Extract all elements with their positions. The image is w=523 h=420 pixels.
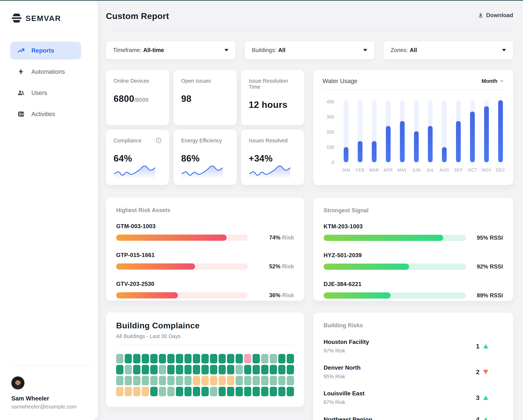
percent-value: 52%: [269, 263, 280, 270]
sidebar-item-reports[interactable]: Reports: [10, 42, 81, 59]
heatmap-cell: [133, 365, 140, 374]
sidebar-profile[interactable]: Sam Wheeler samwheeler@example.com: [0, 365, 98, 420]
progress-fill: [116, 292, 178, 299]
y-tick-label: 400: [327, 99, 334, 104]
info-icon[interactable]: [155, 137, 162, 144]
sidebar-item-label: Automations: [31, 68, 65, 75]
list-check-icon: [17, 110, 25, 118]
stat-label: Open Issues: [181, 78, 229, 84]
percent-value: 36%: [269, 292, 280, 299]
sidebar-nav: Reports Automations Users Activities: [0, 42, 98, 123]
sidebar-item-users[interactable]: Users: [10, 84, 81, 102]
stat-card-online-devices: Online Devices 6800 /8000: [106, 70, 169, 125]
bar-value: [400, 121, 405, 162]
asset-name: KTM-203-1003: [324, 223, 503, 230]
sidebar-item-activities[interactable]: Activities: [10, 105, 81, 123]
avatar[interactable]: [11, 376, 25, 389]
building-rank: 4: [476, 416, 480, 420]
filters-bar: Timeframe: All-time Buildings: All Zones…: [106, 41, 517, 59]
heatmap-cell: [201, 387, 209, 396]
building-risk-row: Denver North 95% Risk 2: [324, 364, 503, 380]
heatmap-cell: [193, 376, 200, 385]
bar-column-jan: JAN: [344, 100, 348, 162]
heatmap-cell: [116, 365, 123, 374]
water-usage-chart: 0100200300400 JAN FEB MAR APR MAY JUN JU…: [322, 100, 504, 173]
stat-suffix: /8000: [134, 97, 148, 103]
filter-value: All: [410, 47, 417, 54]
compliance-divider: [116, 345, 294, 345]
heatmap-cell: [142, 354, 149, 363]
buildings-select[interactable]: Buildings: All: [245, 41, 374, 59]
building-rank: 3: [476, 394, 480, 401]
bar-value: [414, 131, 419, 162]
heatmap-cell: [278, 387, 286, 396]
heatmap-cell: [270, 354, 277, 363]
water-usage-title: Water Usage: [322, 78, 357, 85]
zones-select[interactable]: Zones: All: [384, 41, 513, 59]
heatmap-cell: [133, 354, 140, 363]
y-axis: 0100200300400: [322, 100, 334, 162]
stat-card-open-issues: Open Issues 98: [173, 70, 237, 125]
stat-label: Energy Efficiency: [181, 138, 229, 144]
building-name: Houston Facility: [324, 339, 369, 345]
heatmap-cell: [167, 365, 175, 374]
stat-card-energy-efficiency: Energy Efficiency 86%: [173, 129, 237, 185]
building-risks-card: Building Risks Houston Facility 97% Risk…: [313, 313, 513, 420]
heatmap-cell: [176, 376, 183, 385]
risk-asset-list: GTM-003-1003 74% Risk GTP-015-1661 52% R…: [116, 223, 294, 299]
strongest_signal-row: DJE-384-6221 89% RSSI: [324, 281, 503, 299]
sidebar-item-automations[interactable]: Automations: [10, 63, 81, 81]
progress-track: [116, 234, 248, 241]
heatmap-cell: [261, 354, 269, 363]
heatmap-cell: [244, 376, 252, 385]
building-risks-list: Houston Facility 97% Risk 1 Denver North…: [324, 339, 503, 420]
heatmap-cell: [159, 387, 166, 396]
heatmap-cell: [116, 387, 123, 396]
stat-value: 12 hours: [249, 99, 287, 110]
trend-up-icon: [483, 417, 488, 420]
header-divider: [106, 31, 517, 31]
stat-card-issues-resolved: Issues Resolved +34%: [241, 129, 304, 185]
trend-up-icon: [483, 344, 488, 348]
compliance-heatmap: [116, 354, 294, 396]
percent-value: 89%: [477, 292, 488, 299]
x-tick-label: NOV: [482, 168, 491, 173]
profile-name: Sam Wheeler: [11, 395, 98, 402]
heatmap-cell: [142, 376, 149, 385]
heatmap-cell: [184, 387, 192, 396]
profile-email: samwheeler@example.com: [11, 404, 98, 410]
progress-track: [324, 292, 466, 299]
stat-label: Issues Resolved: [249, 138, 297, 144]
filter-value: All: [278, 47, 286, 54]
sidebar-item-label: Users: [31, 89, 47, 96]
stat-label: Online Devices: [114, 78, 161, 84]
caret-down-icon: [502, 49, 506, 51]
download-icon: [478, 12, 483, 18]
heatmap-cell: [287, 387, 294, 396]
water-usage-card: Water Usage Month 0100200300400 JAN F: [313, 70, 513, 185]
highest_risk_assets-row: GTM-003-1003 74% Risk: [116, 223, 294, 241]
download-button[interactable]: Download: [478, 12, 513, 19]
bar-column-oct: OCT: [470, 100, 475, 162]
bar-column-dec: DEC: [498, 100, 503, 162]
bar-value: [358, 141, 362, 162]
trend-down-icon: [483, 370, 488, 374]
x-tick-label: FEB: [356, 168, 365, 173]
period-selector[interactable]: Month: [482, 78, 504, 84]
stat-value: 98: [181, 93, 192, 104]
timeframe-select[interactable]: Timeframe: All-time: [106, 41, 236, 59]
heatmap-cell: [287, 354, 294, 363]
bar-plot: JAN FEB MAR APR MAY JUN JUL AUG SEP OCT …: [344, 100, 503, 162]
bar-value: [344, 147, 348, 162]
heatmap-cell: [227, 376, 234, 385]
progress-fill: [324, 235, 443, 241]
bar-column-apr: APR: [386, 100, 391, 162]
building-risk-row: Houston Facility 97% Risk 1: [324, 339, 503, 354]
heatmap-cell: [253, 354, 260, 363]
x-tick-label: OCT: [468, 168, 477, 173]
brand-name: SEMVAR: [25, 14, 61, 23]
heatmap-cell: [244, 354, 252, 363]
progress-fill: [324, 292, 391, 299]
bar-column-aug: AUG: [442, 100, 447, 162]
bar-column-feb: FEB: [358, 100, 362, 162]
